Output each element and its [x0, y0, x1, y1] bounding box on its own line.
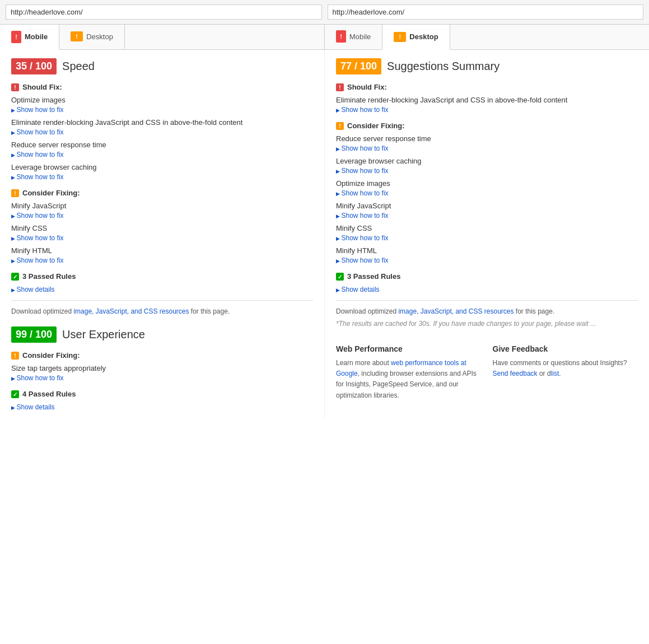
send-feedback-link[interactable]: Send feedback	[493, 370, 538, 377]
show-how-link[interactable]: Show how to fix	[336, 106, 389, 114]
sugg-rule-minify-css: Minify CSS Show how to fix	[336, 224, 638, 242]
speed-divider	[11, 300, 313, 301]
rule-name: Minify CSS	[336, 224, 638, 232]
main-content: 35 / 100 Speed Should Fix: Optimize imag…	[0, 50, 649, 419]
ux-passed-header: 4 Passed Rules	[11, 390, 313, 398]
tab-desktop-right[interactable]: Desktop	[382, 25, 450, 50]
suggestions-score-badge: 77 / 100	[336, 58, 381, 74]
url-input-right[interactable]	[328, 4, 644, 20]
footer-web-perf-text: Learn more about web performance tools a…	[336, 358, 482, 401]
tab-desktop-left[interactable]: Desktop	[59, 25, 125, 49]
ux-score-row: 99 / 100 User Experience	[11, 326, 313, 343]
sugg-rule-server-response: Reduce server response time Show how to …	[336, 134, 638, 152]
suggestions-should-fix-header: Should Fix:	[336, 83, 638, 91]
footer-feedback-text: Have comments or questions about Insight…	[493, 358, 638, 379]
speed-should-fix-header: Should Fix:	[11, 83, 313, 91]
show-how-link[interactable]: Show how to fix	[336, 256, 389, 264]
rule-name: Minify JavaScript	[11, 202, 313, 210]
speed-consider-header: Consider Fixing:	[11, 189, 313, 197]
show-how-link[interactable]: Show how to fix	[11, 256, 64, 264]
show-details-right[interactable]: Show details	[336, 286, 380, 293]
passed-count-speed-left: 3 Passed Rules	[22, 272, 76, 281]
sugg-rule-render-blocking: Eliminate render-blocking JavaScript and…	[336, 96, 638, 114]
rule-name: Size tap targets appropriately	[11, 364, 313, 372]
download-link-right[interactable]: image, JavaScript, and CSS resources	[398, 307, 513, 315]
show-how-link[interactable]: Show how to fix	[11, 128, 64, 136]
speed-download-text: Download optimized image, JavaScript, an…	[11, 307, 313, 315]
should-fix-icon-right	[336, 83, 344, 91]
suggestions-passed-section: 3 Passed Rules Show details	[336, 272, 638, 293]
consider-fix-icon-ux	[11, 352, 19, 360]
show-how-link[interactable]: Show how to fix	[11, 106, 64, 114]
rule-name: Optimize images	[11, 96, 313, 104]
suggestions-passed-header: 3 Passed Rules	[336, 272, 638, 281]
left-panel: 35 / 100 Speed Should Fix: Optimize imag…	[0, 50, 325, 419]
speed-rule-render-blocking: Eliminate render-blocking JavaScript and…	[11, 118, 313, 136]
list-link[interactable]: list	[551, 370, 559, 377]
show-how-link[interactable]: Show how to fix	[336, 144, 389, 152]
cache-note: *The results are cached for 30s. If you …	[336, 320, 638, 328]
passed-icon-left-ux	[11, 390, 19, 398]
passed-count-right: 3 Passed Rules	[347, 272, 400, 281]
ux-rule-tap-targets: Size tap targets appropriately Show how …	[11, 364, 313, 382]
download-link[interactable]: image, JavaScript, and CSS resources	[73, 307, 189, 315]
tab-mobile-left-label: Mobile	[25, 32, 48, 41]
ux-score-badge: 99 / 100	[11, 326, 57, 343]
tab-mobile-left[interactable]: Mobile	[0, 25, 59, 50]
sugg-rule-optimize-images: Optimize images Show how to fix	[336, 179, 638, 197]
show-how-link[interactable]: Show how to fix	[336, 189, 389, 197]
speed-rule-minify-html: Minify HTML Show how to fix	[11, 246, 313, 264]
should-fix-icon-left	[11, 83, 19, 91]
suggestions-divider	[336, 300, 638, 301]
show-how-link[interactable]: Show how to fix	[336, 234, 389, 242]
consider-fix-label-right: Consider Fixing:	[347, 122, 405, 130]
ux-consider-header: Consider Fixing:	[11, 351, 313, 360]
show-how-link[interactable]: Show how to fix	[336, 212, 389, 220]
show-how-link[interactable]: Show how to fix	[11, 374, 64, 382]
mobile-icon-left	[11, 31, 21, 43]
show-details-ux-left[interactable]: Show details	[11, 403, 55, 411]
footer-feedback-title: Give Feedback	[493, 344, 638, 353]
show-how-link[interactable]: Show how to fix	[11, 234, 64, 242]
show-how-link[interactable]: Show how to fix	[11, 151, 64, 158]
speed-rule-optimize-images: Optimize images Show how to fix	[11, 96, 313, 114]
consider-fix-icon-left	[11, 189, 19, 197]
consider-fix-icon-right	[336, 122, 344, 130]
consider-fix-label-ux: Consider Fixing:	[22, 351, 80, 360]
rule-name: Leverage browser caching	[11, 163, 313, 171]
rule-name: Leverage browser caching	[336, 157, 638, 165]
rule-name: Minify HTML	[336, 246, 638, 255]
passed-count-ux-left: 4 Passed Rules	[22, 390, 76, 398]
should-fix-label-right: Should Fix:	[347, 83, 387, 91]
ux-passed-section: 4 Passed Rules Show details	[11, 390, 313, 411]
show-how-link[interactable]: Show how to fix	[11, 212, 64, 220]
rule-name: Minify HTML	[11, 246, 313, 255]
passed-icon-right	[336, 273, 344, 281]
right-tab-panel: Mobile Desktop	[324, 25, 649, 49]
suggestions-title: Suggestions Summary	[387, 60, 499, 73]
rule-name: Eliminate render-blocking JavaScript and…	[11, 118, 313, 127]
suggestions-score-row: 77 / 100 Suggestions Summary	[336, 58, 638, 74]
desktop-icon-left	[71, 31, 83, 41]
mobile-icon-right	[336, 30, 346, 43]
speed-score-badge: 35 / 100	[11, 58, 57, 74]
speed-passed-section: 3 Passed Rules Show details	[11, 272, 313, 293]
consider-fix-label-left: Consider Fixing:	[22, 189, 80, 197]
tabs-row: Mobile Desktop Mobile Desktop	[0, 25, 649, 50]
rule-name: Optimize images	[336, 179, 638, 188]
left-tab-panel: Mobile Desktop	[0, 25, 324, 49]
url-bar-row	[0, 0, 649, 25]
rule-name: Eliminate render-blocking JavaScript and…	[336, 96, 638, 104]
show-how-link[interactable]: Show how to fix	[11, 173, 64, 181]
speed-section: 35 / 100 Speed Should Fix: Optimize imag…	[11, 58, 313, 315]
speed-passed-header: 3 Passed Rules	[11, 272, 313, 281]
right-panel: 77 / 100 Suggestions Summary Should Fix:…	[325, 50, 649, 419]
show-how-link[interactable]: Show how to fix	[336, 167, 389, 175]
footer-feedback: Give Feedback Have comments or questions…	[493, 344, 638, 401]
rule-name: Reduce server response time	[11, 141, 313, 149]
speed-score-row: 35 / 100 Speed	[11, 58, 313, 74]
tab-mobile-right[interactable]: Mobile	[325, 25, 382, 49]
url-input-left[interactable]	[6, 4, 322, 20]
rule-name: Minify JavaScript	[336, 202, 638, 210]
show-details-speed-left[interactable]: Show details	[11, 286, 55, 293]
